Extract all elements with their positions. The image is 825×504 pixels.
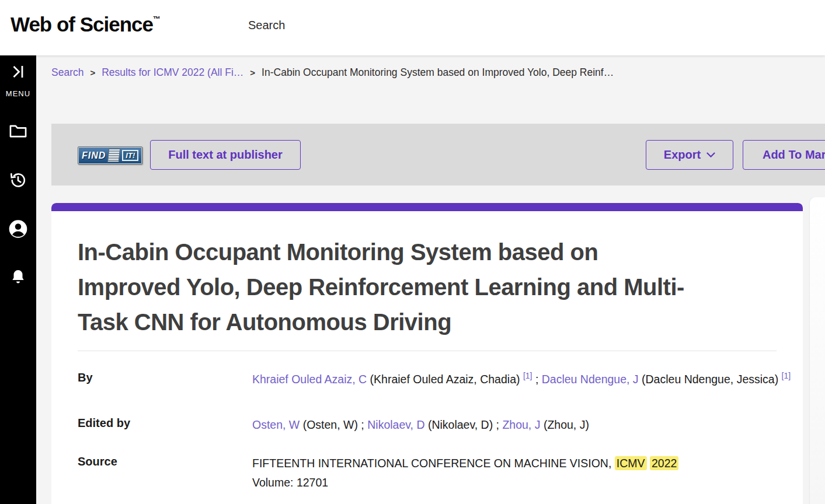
record-card: In-Cabin Occupant Monitoring System base… [51,203,803,504]
editors-row: Edited by Osten, W (Osten, W) ; Nikolaev… [78,416,777,433]
page-title-line-2: Improved Yolo, Deep Reinforcement Learni… [78,270,777,304]
title-divider [78,351,777,351]
chevron-right-icon: > [250,68,255,78]
affiliation-ref-link[interactable]: [1] [523,371,532,380]
author-separator: ; [532,373,541,386]
page-title: In-Cabin Occupant Monitoring System base… [78,235,777,340]
findit-find-text: FIND [82,150,106,161]
app-header: Web of Science™ Search [0,0,825,55]
editor-link[interactable]: Zhou, J [502,418,540,431]
authors-line: Khraief Ouled Azaiz, C (Khraief Ouled Az… [252,371,778,389]
logo-text: Web of Science [11,13,153,36]
source-line: FIFTEENTH INTERNATIONAL CONFERENCE ON MA… [252,455,777,472]
editor-fullname: (Nikolaev, D) [424,418,493,431]
editor-fullname: (Zhou, J) [540,418,589,431]
alerts-bell-icon[interactable] [10,268,27,288]
page-title-line-1: In-Cabin Occupant Monitoring System base… [78,235,777,270]
find-it-link-badge[interactable]: FIND IT! [78,146,142,164]
authors-row: By Khraief Ouled Azaiz, C (Khraief Ouled… [78,371,777,389]
nav-tab-search[interactable]: Search [248,19,285,32]
source-label: Source [78,455,252,489]
page-title-line-3: Task CNN for Autonomous Driving [78,304,777,340]
breadcrumb-link-search[interactable]: Search [51,66,83,79]
record-action-toolbar: FIND IT! Full text at publisher Export A… [51,124,825,186]
left-sidebar: MENU [0,55,36,504]
folder-icon[interactable] [9,123,27,142]
editor-separator: ; [493,418,502,431]
chevron-right-icon: > [90,68,95,78]
export-button-label: Export [664,148,701,162]
breadcrumb-link-results[interactable]: Results for ICMV 2022 (All Fi… [102,66,243,79]
expand-menu-icon[interactable] [11,65,26,81]
findit-it-text: IT! [122,150,138,161]
export-button[interactable]: Export [646,140,733,170]
editor-separator: ; [358,418,367,431]
author-link[interactable]: Khraief Ouled Azaiz, C [252,373,367,386]
affiliation-ref-link[interactable]: [1] [782,371,791,380]
source-row: Source FIFTEENTH INTERNATIONAL CONFERENC… [78,455,777,489]
breadcrumb: Search > Results for ICMV 2022 (All Fi… … [51,66,614,79]
citation-panel-edge [810,197,825,504]
author-fullname: (Dacleu Ndengue, Jessica) [639,373,782,386]
search-term-highlight: 2022 [650,456,678,470]
editor-link[interactable]: Osten, W [252,418,300,431]
menu-label[interactable]: MENU [0,89,36,98]
author-fullname: (Khraief Ouled Azaiz, Chadia) [367,373,523,386]
editor-fullname: (Osten, W) [300,418,358,431]
full-text-at-publisher-button[interactable]: Full text at publisher [150,140,301,170]
breadcrumb-current-record: In-Cabin Occupant Monitoring System base… [262,66,614,79]
history-icon[interactable] [9,171,28,192]
source-title-text: FIFTEENTH INTERNATIONAL CONFERENCE ON MA… [252,457,615,470]
journal-stack-icon [107,149,120,162]
account-icon[interactable] [8,219,29,242]
by-label: By [78,371,252,389]
editor-link[interactable]: Nikolaev, D [367,418,424,431]
author-link[interactable]: Dacleu Ndengue, J [542,373,639,386]
add-to-marked-list-button[interactable]: Add To Marked List [743,140,825,170]
record-card-accent-bar [51,203,803,211]
editors-line: Osten, W (Osten, W) ; Nikolaev, D (Nikol… [252,416,777,433]
trademark-symbol: ™ [153,15,161,23]
volume-line: Volume: 12701 [252,476,777,489]
edited-by-label: Edited by [78,416,252,433]
search-term-highlight: ICMV [615,456,647,470]
chevron-down-icon [706,152,715,158]
web-of-science-logo[interactable]: Web of Science™ [11,13,161,36]
